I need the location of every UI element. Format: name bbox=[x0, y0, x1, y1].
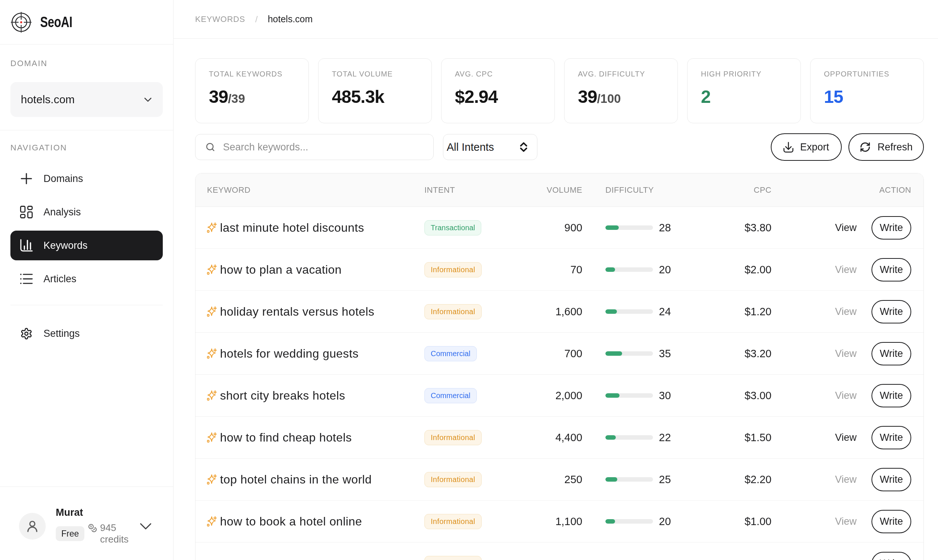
column-header-intent: INTENT bbox=[424, 185, 528, 195]
difficulty-cell: 22 bbox=[582, 432, 690, 444]
write-button[interactable]: Write bbox=[872, 342, 911, 365]
stat-value: 39 bbox=[209, 86, 228, 107]
breadcrumb-section[interactable]: KEYWORDS bbox=[195, 14, 245, 24]
keyword-text: how to plan a vacation bbox=[220, 263, 341, 277]
view-link[interactable]: View bbox=[835, 348, 856, 360]
write-button[interactable]: Write bbox=[872, 300, 911, 323]
sidebar-item-settings[interactable]: Settings bbox=[11, 318, 163, 348]
export-button[interactable]: Export bbox=[771, 133, 842, 161]
view-link[interactable]: View bbox=[835, 474, 856, 485]
sidebar-item-articles[interactable]: Articles bbox=[11, 264, 163, 294]
table-row: holiday rentals versus hotels Informatio… bbox=[196, 291, 924, 333]
volume-value: 700 bbox=[528, 348, 582, 360]
user-area[interactable]: Murat Free 945 credits bbox=[0, 486, 173, 560]
cpc-value: $1.00 bbox=[690, 515, 771, 528]
view-link[interactable]: View bbox=[835, 222, 856, 234]
difficulty-bar bbox=[605, 225, 653, 230]
view-link[interactable]: View bbox=[835, 390, 856, 402]
intent-badge: Transactional bbox=[424, 220, 481, 235]
navigation-section-label: NAVIGATION bbox=[0, 143, 173, 152]
keyword-cell: holiday rentals versus hotels bbox=[207, 305, 424, 318]
stat-value: 485.3k bbox=[332, 86, 384, 107]
table-row: last minute hotel discounts Transactiona… bbox=[196, 207, 924, 249]
stat-value-row: 15 bbox=[824, 86, 924, 107]
difficulty-bar bbox=[605, 477, 653, 482]
dashboard-icon bbox=[20, 206, 33, 218]
sidebar: SeoAI DOMAIN hotels.com NAVIGATION Domai… bbox=[0, 0, 174, 560]
table-row: how to find cheap hotels Informational 4… bbox=[196, 417, 924, 458]
stat-card: OPPORTUNITIES 15 bbox=[810, 58, 924, 123]
write-button[interactable]: Write bbox=[872, 510, 911, 533]
action-cell: View Write bbox=[771, 510, 911, 533]
cpc-value: $2.00 bbox=[690, 264, 771, 276]
volume-value: 1,600 bbox=[528, 306, 582, 318]
gear-icon bbox=[20, 327, 33, 340]
action-cell: View Write bbox=[771, 426, 911, 449]
difficulty-cell: 35 bbox=[582, 348, 690, 360]
intent-filter[interactable]: All Intents bbox=[443, 134, 537, 160]
write-button[interactable]: Write bbox=[872, 216, 911, 240]
download-icon bbox=[784, 142, 793, 152]
view-link[interactable]: View bbox=[835, 264, 856, 275]
keyword-text: how to book a hotel online bbox=[220, 515, 362, 528]
write-button[interactable]: Write bbox=[872, 384, 911, 408]
view-link[interactable]: View bbox=[835, 432, 856, 443]
write-button[interactable]: Write bbox=[872, 258, 911, 282]
sidebar-item-keywords[interactable]: Keywords bbox=[11, 231, 163, 260]
sidebar-item-label: Domains bbox=[43, 173, 83, 185]
cpc-value: $1.50 bbox=[690, 432, 771, 444]
stat-value-row: $2.94 bbox=[455, 86, 554, 107]
write-button[interactable]: Write bbox=[872, 552, 911, 560]
write-button[interactable]: Write bbox=[872, 426, 911, 449]
refresh-button[interactable]: Refresh bbox=[849, 133, 924, 161]
refresh-button-label: Refresh bbox=[878, 142, 913, 153]
keyword-text: holiday rentals versus hotels bbox=[220, 305, 374, 318]
stat-card: HIGH PRIORITY 2 bbox=[687, 58, 801, 123]
intent-badge: Informational bbox=[424, 430, 481, 445]
search-icon bbox=[205, 142, 216, 152]
volume-value: 250 bbox=[528, 474, 582, 486]
difficulty-bar bbox=[605, 435, 653, 440]
difficulty-value: 20 bbox=[659, 515, 671, 528]
write-button[interactable]: Write bbox=[872, 468, 911, 491]
table-header: KEYWORD INTENT VOLUME DIFFICULTY CPC ACT… bbox=[196, 174, 924, 207]
column-header-volume: VOLUME bbox=[528, 185, 582, 195]
action-cell: View Write bbox=[771, 342, 911, 365]
intent-cell: Informational bbox=[424, 472, 528, 487]
export-button-label: Export bbox=[800, 142, 829, 153]
difficulty-bar-fill bbox=[605, 477, 617, 482]
stat-value-row: 39 /100 bbox=[578, 86, 677, 107]
column-header-cpc: CPC bbox=[690, 185, 771, 195]
user-icon bbox=[25, 519, 39, 533]
chevron-down-icon[interactable] bbox=[139, 522, 152, 531]
toolbar: All Intents Export Refresh bbox=[195, 133, 924, 161]
stat-card: AVG. DIFFICULTY 39 /100 bbox=[564, 58, 678, 123]
column-header-action: ACTION bbox=[771, 185, 911, 195]
table-row: how to plan a vacation Informational 70 … bbox=[196, 249, 924, 291]
intent-badge: Informational bbox=[424, 514, 481, 529]
domain-select-value: hotels.com bbox=[21, 93, 75, 106]
stat-label: AVG. CPC bbox=[455, 70, 554, 78]
cpc-value: $2.20 bbox=[690, 474, 771, 486]
view-link[interactable]: View bbox=[835, 306, 856, 317]
view-link[interactable]: View bbox=[835, 516, 856, 527]
avatar bbox=[19, 513, 46, 540]
action-cell: View Write bbox=[771, 258, 911, 282]
search-box bbox=[195, 134, 434, 160]
column-header-keyword: KEYWORD bbox=[207, 185, 424, 195]
domain-select[interactable]: hotels.com bbox=[11, 82, 163, 117]
stat-label: TOTAL KEYWORDS bbox=[209, 70, 309, 78]
sidebar-item-label: Settings bbox=[43, 328, 80, 339]
nav-list: Domains Analysis Keywords Articles bbox=[11, 164, 163, 294]
credits-text: 945 credits bbox=[100, 522, 137, 545]
sidebar-item-analysis[interactable]: Analysis bbox=[11, 197, 163, 227]
table-row: top hotel chains in the world Informatio… bbox=[196, 458, 924, 501]
sidebar-item-domains[interactable]: Domains bbox=[11, 164, 163, 194]
refresh-icon bbox=[859, 142, 871, 152]
difficulty-cell: 30 bbox=[582, 389, 690, 402]
stat-suffix: /100 bbox=[597, 92, 621, 106]
stat-suffix: /39 bbox=[228, 92, 245, 106]
difficulty-bar bbox=[605, 309, 653, 314]
search-input[interactable] bbox=[223, 142, 416, 153]
sparkle-icon bbox=[207, 265, 217, 275]
